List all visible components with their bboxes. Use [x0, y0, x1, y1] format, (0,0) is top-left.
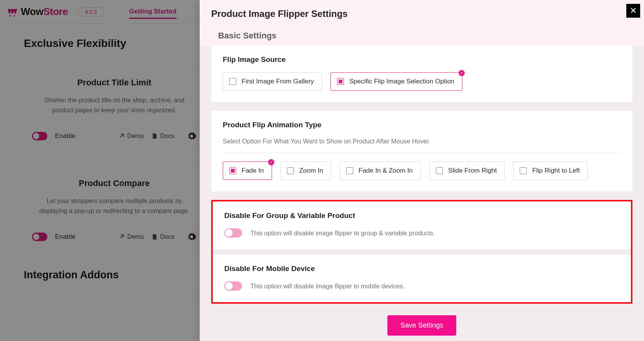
settings-body: Flip Image Source First Image From Galle…	[200, 45, 644, 341]
checkbox-icon	[520, 167, 527, 174]
setting-desc: This option will disable image flipper t…	[250, 283, 405, 290]
settings-panel: Product Image Flipper Settings ✕ Basic S…	[200, 0, 644, 341]
disable-group-toggle[interactable]	[224, 228, 242, 238]
option-label: Fade In & Zoom In	[359, 167, 413, 175]
panel-header: Product Image Flipper Settings ✕ Basic S…	[200, 0, 644, 45]
setting-title: Product Flip Animation Type	[223, 121, 621, 129]
option-first-image[interactable]: First Image From Gallery	[223, 72, 322, 91]
flip-source-card: Flip Image Source First Image From Galle…	[211, 45, 632, 102]
option-slide-right[interactable]: Slide From Right	[429, 161, 505, 180]
disable-mobile-card: Disable For Mobile Device This option wi…	[213, 255, 631, 302]
setting-desc: This option will disable image flipper t…	[250, 230, 435, 237]
close-button[interactable]: ✕	[626, 4, 640, 18]
option-label: Zoom In	[299, 167, 323, 175]
section-title: Basic Settings	[211, 19, 632, 41]
animation-options: Fade In ✓ Zoom In Fade In & Zoom In Slid…	[223, 161, 621, 180]
disable-group-card: Disable For Group & Variable Product Thi…	[213, 201, 631, 249]
checkbox-icon	[346, 167, 353, 174]
option-label: Fade In	[242, 167, 264, 175]
option-label: Specific Flip Image Selection Option	[349, 78, 454, 85]
option-label: Flip Right to Left	[532, 167, 580, 175]
option-fade-zoom[interactable]: Fade In & Zoom In	[340, 161, 421, 180]
option-fade-in[interactable]: Fade In ✓	[223, 161, 272, 180]
disable-mobile-toggle[interactable]	[224, 281, 242, 291]
checkbox-icon	[229, 78, 236, 85]
save-button[interactable]: Save Settings	[387, 315, 456, 336]
option-specific-flip[interactable]: Specific Flip Image Selection Option ✓	[330, 72, 462, 91]
setting-desc: Select Option For What You Want to Show …	[223, 138, 621, 145]
panel-title: Product Image Flipper Settings	[211, 8, 632, 19]
flip-source-options: First Image From Gallery Specific Flip I…	[223, 72, 621, 91]
animation-type-card: Product Flip Animation Type Select Optio…	[211, 111, 632, 191]
setting-title: Flip Image Source	[223, 55, 621, 64]
option-flip-right-left[interactable]: Flip Right to Left	[513, 161, 588, 180]
close-icon: ✕	[630, 7, 637, 15]
option-label: First Image From Gallery	[242, 78, 314, 85]
divider	[223, 153, 621, 153]
checkbox-icon	[436, 167, 443, 174]
checkbox-icon	[337, 78, 344, 85]
checkbox-icon	[287, 167, 294, 174]
option-zoom-in[interactable]: Zoom In	[280, 161, 331, 180]
save-wrap: Save Settings	[211, 312, 632, 341]
highlighted-settings: Disable For Group & Variable Product Thi…	[211, 200, 632, 304]
setting-title: Disable For Mobile Device	[224, 264, 619, 273]
setting-title: Disable For Group & Variable Product	[224, 211, 619, 220]
checkbox-icon	[229, 167, 236, 174]
option-label: Slide From Right	[448, 167, 497, 175]
check-icon: ✓	[459, 70, 465, 76]
check-icon: ✓	[268, 159, 274, 165]
